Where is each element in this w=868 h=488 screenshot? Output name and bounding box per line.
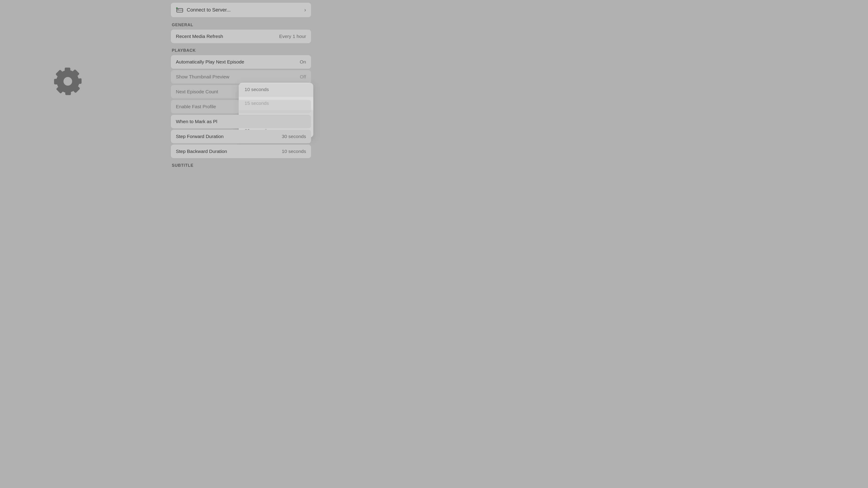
next-episode-count-row[interactable]: Next Episode Count 10 seconds 15 seconds… xyxy=(171,85,311,98)
svg-point-0 xyxy=(64,77,72,86)
next-episode-count-label: Next Episode Count xyxy=(176,89,218,94)
subtitle-section-header: SUBTITLE xyxy=(171,163,311,168)
chevron-right-icon: › xyxy=(304,7,306,13)
dropdown-item-10s-label: 10 seconds xyxy=(245,87,269,92)
auto-play-next-episode-row[interactable]: Automatically Play Next Episode On xyxy=(171,55,311,69)
step-forward-row[interactable]: Step Forward Duration 30 seconds xyxy=(171,130,311,143)
dropdown-item-10s[interactable]: 10 seconds xyxy=(239,83,313,96)
when-to-mark-row[interactable]: When to Mark as Pl xyxy=(171,115,311,128)
step-forward-label: Step Forward Duration xyxy=(176,134,223,139)
recent-media-refresh-label: Recent Media Refresh xyxy=(176,34,223,39)
playback-section-header: PLAYBACK xyxy=(171,48,311,53)
show-thumbnail-label: Show Thumbnail Preview xyxy=(176,74,229,79)
auto-play-value: On xyxy=(300,59,306,65)
svg-point-3 xyxy=(177,9,178,10)
auto-play-label: Automatically Play Next Episode xyxy=(176,59,244,65)
settings-panel: Connect to Server... › GENERAL Recent Me… xyxy=(171,0,311,184)
connect-to-server-row[interactable]: Connect to Server... › xyxy=(171,3,311,17)
recent-media-refresh-value: Every 1 hour xyxy=(279,34,306,39)
connect-left: Connect to Server... xyxy=(176,7,230,13)
svg-point-4 xyxy=(178,9,179,10)
step-forward-value: 30 seconds xyxy=(282,134,306,139)
enable-fast-profile-label: Enable Fast Profile xyxy=(176,104,216,109)
step-backward-label: Step Backward Duration xyxy=(176,149,227,154)
step-backward-row[interactable]: Step Backward Duration 10 seconds xyxy=(171,144,311,158)
server-icon xyxy=(176,7,184,13)
when-to-mark-label: When to Mark as Pl xyxy=(176,119,217,124)
show-thumbnail-row[interactable]: Show Thumbnail Preview Off xyxy=(171,70,311,84)
general-section-header: GENERAL xyxy=(171,23,311,27)
step-backward-value: 10 seconds xyxy=(282,149,306,154)
enable-fast-profile-row[interactable]: Enable Fast Profile xyxy=(171,100,311,113)
show-thumbnail-value: Off xyxy=(300,74,306,79)
connect-label: Connect to Server... xyxy=(187,7,230,13)
gear-icon xyxy=(50,63,86,100)
recent-media-refresh-row[interactable]: Recent Media Refresh Every 1 hour xyxy=(171,30,311,43)
